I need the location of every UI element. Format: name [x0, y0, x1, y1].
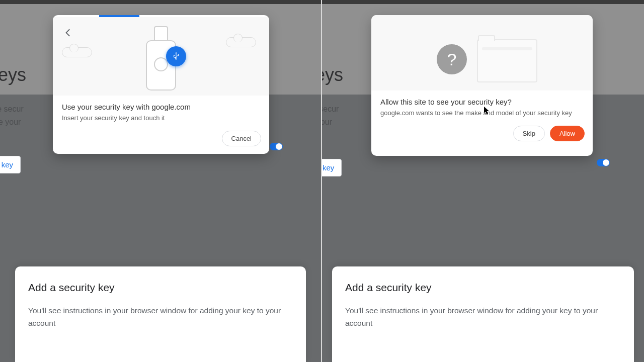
allow-site-modal: ? Allow this site to see your security k…	[371, 15, 593, 156]
cancel-button[interactable]: Cancel	[222, 131, 261, 146]
instruction-card: Add a security key You'll see instructio…	[332, 266, 634, 362]
allow-button[interactable]: Allow	[550, 126, 585, 141]
usb-icon	[166, 46, 186, 66]
add-key-link[interactable]: y key	[0, 156, 21, 173]
folder-icon	[477, 39, 537, 82]
card-desc: You'll see instructions in your browser …	[28, 305, 293, 330]
toggle-icon	[270, 143, 283, 150]
screenshot-step-2: y keys a more secur or use your key ? Al…	[322, 0, 644, 362]
back-button[interactable]	[64, 28, 73, 37]
question-mark-icon: ?	[437, 44, 467, 74]
modal-actions: Skip Allow	[371, 123, 593, 149]
modal-body: Use your security key with google.com In…	[53, 96, 269, 128]
card-desc: You'll see instructions in your browser …	[345, 305, 617, 330]
instruction-card: Add a security key You'll see instructio…	[15, 266, 306, 362]
illustration-area	[53, 17, 269, 96]
cloud-icon	[226, 37, 256, 47]
modal-subtitle: google.com wants to see the make and mod…	[380, 109, 584, 117]
cloud-icon	[62, 47, 92, 57]
add-key-link[interactable]: key	[322, 159, 342, 176]
screenshot-step-1: ty keys e a more secur ey or use your y …	[0, 0, 322, 362]
toggle-icon	[597, 159, 610, 166]
card-title: Add a security key	[28, 282, 293, 294]
modal-subtitle: Insert your security key and touch it	[62, 114, 260, 122]
security-key-prompt-modal: Use your security key with google.com In…	[53, 15, 269, 154]
modal-title: Allow this site to see your security key…	[380, 98, 584, 106]
modal-body: Allow this site to see your security key…	[371, 90, 593, 123]
usb-key-illustration	[146, 26, 176, 92]
skip-button[interactable]: Skip	[513, 126, 545, 141]
mouse-cursor-icon	[484, 107, 490, 115]
back-icon	[64, 28, 73, 37]
illustration-area: ?	[371, 15, 593, 90]
card-title: Add a security key	[345, 282, 621, 294]
modal-actions: Cancel	[53, 128, 269, 154]
modal-title: Use your security key with google.com	[62, 103, 260, 111]
